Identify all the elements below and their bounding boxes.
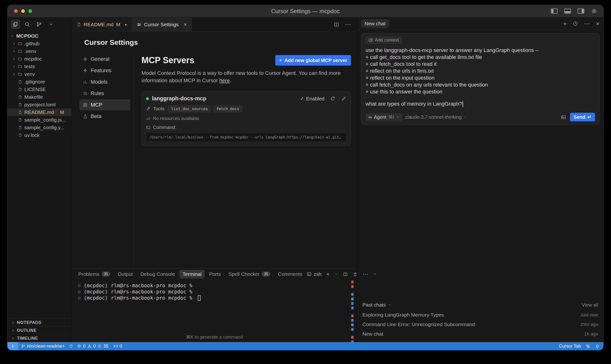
chat-input-box[interactable]: @ Add context use the langgraph-docs-mcp… bbox=[361, 33, 599, 125]
sync-changes-button[interactable] bbox=[68, 344, 74, 348]
more-actions-icon[interactable]: ⋯ bbox=[584, 21, 590, 27]
tree-root[interactable]: MCPDOC bbox=[7, 32, 72, 40]
tree-item-license[interactable]: LICENSE bbox=[7, 86, 72, 93]
error-icon bbox=[77, 344, 81, 348]
section-notepads[interactable]: NOTEPADS bbox=[7, 318, 72, 326]
attach-image-icon[interactable] bbox=[561, 114, 566, 120]
settings-nav-beta[interactable]: Beta bbox=[80, 111, 130, 122]
bell-slash-icon[interactable] bbox=[586, 344, 590, 349]
cursor-tab-toggle[interactable]: Cursor Tab bbox=[559, 343, 581, 349]
split-terminal-icon[interactable] bbox=[343, 272, 348, 277]
more-actions-icon[interactable]: ⋯ bbox=[362, 271, 368, 277]
send-button[interactable]: Send ↵ bbox=[570, 113, 595, 121]
ports-indicator[interactable]: 0 bbox=[111, 343, 125, 349]
chat-message-text[interactable]: use the langgraph-docs-mcp server to ans… bbox=[366, 47, 595, 95]
tool-chip[interactable]: list_doc_sources bbox=[168, 105, 211, 112]
panel-tab-terminal[interactable]: Terminal bbox=[179, 270, 204, 278]
view-all-link[interactable]: View all bbox=[582, 302, 598, 308]
tree-item-mcpdoc[interactable]: mcpdoc bbox=[7, 55, 72, 63]
history-icon[interactable] bbox=[573, 21, 578, 26]
tree-item-venv[interactable]: venv bbox=[7, 70, 72, 78]
file-icon bbox=[18, 118, 22, 122]
settings-nav-features[interactable]: Features bbox=[80, 65, 130, 76]
more-views-button[interactable] bbox=[47, 20, 55, 29]
dirty-dot-icon[interactable]: ● bbox=[125, 23, 127, 26]
tree-item-sample-config-y[interactable]: sample_config.y... bbox=[7, 124, 72, 131]
agent-mode-selector[interactable]: ∞ Agent ⌘I bbox=[366, 113, 402, 121]
tree-item-makefile[interactable]: Makefile bbox=[7, 93, 72, 101]
send-label: Send bbox=[573, 114, 585, 120]
tree-item-pyproject[interactable]: pyproject.toml bbox=[7, 101, 72, 108]
problems-indicator[interactable]: 0 0 35 bbox=[74, 343, 111, 349]
settings-nav-models[interactable]: Models bbox=[80, 77, 130, 88]
editor-tabbar: README.md M ● Cursor Settings × ⋯ bbox=[72, 17, 357, 32]
past-chat-item[interactable]: Exploring LangGraph Memory Types Just no… bbox=[362, 310, 598, 320]
tree-item-github[interactable]: .github bbox=[7, 40, 72, 47]
tree-item-uv-lock[interactable]: uv.lock bbox=[7, 131, 72, 139]
close-icon[interactable]: × bbox=[184, 21, 187, 28]
problems-count-badge: 35 bbox=[102, 272, 110, 277]
settings-nav-rules[interactable]: Rules bbox=[80, 88, 130, 99]
folder-icon bbox=[18, 41, 22, 46]
chat-message-line: + call get_docs tool to get the availabl… bbox=[366, 54, 595, 61]
branch-indicator[interactable]: rlm/clean-readme+ bbox=[18, 343, 68, 349]
explorer-view-button[interactable] bbox=[11, 20, 20, 29]
toggle-panel-icon[interactable] bbox=[564, 9, 571, 13]
tab-readme[interactable]: README.md M ● bbox=[72, 17, 132, 31]
section-timeline[interactable]: TIMELINE bbox=[7, 334, 72, 342]
tool-chip[interactable]: fetch_docs bbox=[213, 105, 242, 112]
server-command-value[interactable]: /Users/rlm/.local/bin/uvx --from mcpdoc … bbox=[146, 133, 346, 142]
section-outline[interactable]: OUTLINE bbox=[7, 326, 72, 334]
bell-icon[interactable] bbox=[595, 344, 599, 349]
add-mcp-server-button[interactable]: + Add new global MCP server bbox=[275, 55, 351, 65]
add-context-chip[interactable]: @ Add context bbox=[366, 37, 402, 44]
toggle-primary-sidebar-icon[interactable] bbox=[551, 9, 557, 13]
tab-cursor-settings[interactable]: Cursor Settings × bbox=[132, 17, 192, 31]
settings-nav-general[interactable]: General bbox=[80, 54, 130, 65]
past-chat-item[interactable]: Command Line Error: Unrecognized Subcomm… bbox=[362, 320, 598, 329]
panel-tab-ports[interactable]: Ports bbox=[206, 270, 224, 278]
remote-indicator[interactable] bbox=[7, 342, 18, 350]
tree-item-gitignore[interactable]: .gitignore bbox=[7, 78, 72, 86]
panel-tab-spell-checker[interactable]: Spell Checker 35 bbox=[225, 270, 274, 278]
here-link[interactable]: here bbox=[219, 78, 230, 83]
chevron-down-icon bbox=[396, 116, 399, 119]
settings-gear-icon[interactable] bbox=[591, 8, 597, 14]
source-control-view-button[interactable] bbox=[35, 20, 44, 29]
command-decoration-icon[interactable] bbox=[78, 291, 81, 293]
terminal-prompt: (mcpdoc) rlm@rs-macbook-pro mcpdoc % bbox=[84, 289, 192, 295]
terminal-instance[interactable]: zsh bbox=[307, 271, 322, 277]
settings-nav-mcp[interactable]: MCP bbox=[80, 99, 130, 110]
panel-tab-output[interactable]: Output bbox=[115, 270, 136, 278]
panel-tab-debug-console[interactable]: Debug Console bbox=[137, 270, 178, 278]
check-icon: ✓ bbox=[300, 96, 304, 102]
chat-question-line[interactable]: what are types of memory in LangGraph? bbox=[366, 101, 595, 107]
tree-item-sample-config-js[interactable]: sample_config.js... bbox=[7, 116, 72, 124]
more-actions-icon[interactable]: ⋯ bbox=[345, 21, 351, 28]
tree-item-tests[interactable]: tests bbox=[7, 63, 72, 70]
tree-item-readme-selected[interactable]: README.md M bbox=[7, 108, 72, 116]
maximize-panel-chevron-icon[interactable] bbox=[373, 272, 377, 276]
new-chat-plus-icon[interactable]: + bbox=[563, 21, 567, 27]
command-decoration-icon[interactable] bbox=[78, 297, 81, 299]
panel-tab-problems[interactable]: Problems 35 bbox=[75, 270, 113, 278]
past-chats-header[interactable]: Past chats bbox=[362, 302, 386, 308]
command-decoration-icon[interactable] bbox=[78, 284, 81, 287]
search-view-button[interactable] bbox=[23, 20, 32, 29]
enabled-toggle[interactable]: ✓ Enabled bbox=[300, 96, 325, 102]
panel-tab-comments[interactable]: Comments bbox=[275, 270, 305, 278]
tree-item-venv-dot[interactable]: .venv bbox=[7, 47, 72, 55]
chat-tab-new-chat[interactable]: New chat bbox=[361, 19, 389, 28]
close-panel-icon[interactable]: × bbox=[596, 21, 599, 27]
toggle-secondary-sidebar-icon[interactable] bbox=[578, 9, 584, 13]
past-chat-item[interactable]: New chat 1h ago bbox=[362, 329, 598, 339]
terminal-body[interactable]: (mcpdoc) rlm@rs-macbook-pro mcpdoc % (mc… bbox=[72, 280, 357, 342]
explorer-sidebar: MCPDOC .github .venv mcpdoc bbox=[7, 17, 72, 342]
edit-pencil-icon[interactable] bbox=[341, 96, 346, 101]
kill-terminal-trash-icon[interactable] bbox=[353, 272, 358, 277]
model-selector[interactable]: claude-3.7-sonnet-thinking bbox=[405, 114, 467, 120]
split-editor-icon[interactable] bbox=[334, 22, 339, 27]
new-terminal-icon[interactable]: + bbox=[326, 271, 329, 277]
refresh-icon[interactable] bbox=[330, 96, 335, 101]
chevron-down-icon[interactable] bbox=[334, 272, 338, 276]
